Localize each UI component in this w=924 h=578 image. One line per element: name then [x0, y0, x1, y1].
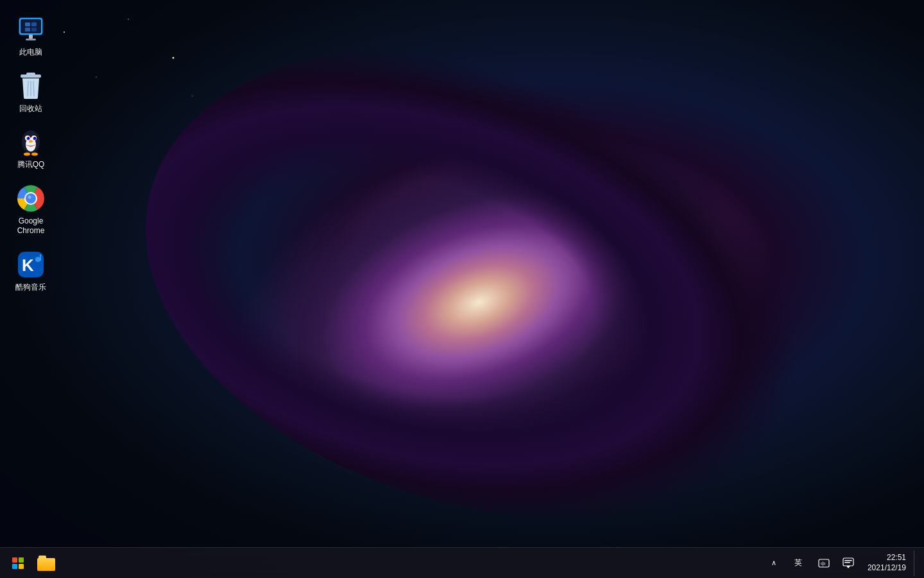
show-hidden-icons-button[interactable]: ∧: [765, 552, 783, 575]
svg-marker-95: [846, 566, 850, 568]
svg-point-79: [29, 140, 33, 143]
svg-line-70: [33, 81, 34, 96]
chevron-up-icon: ∧: [771, 559, 776, 567]
language-indicator[interactable]: 英: [785, 552, 811, 575]
svg-point-84: [26, 193, 36, 204]
svg-rect-94: [844, 562, 850, 563]
kuwo-icon: K: [15, 249, 46, 280]
wallpaper: [0, 0, 924, 578]
windows-logo-icon: [12, 557, 24, 569]
folder-body: [37, 558, 55, 571]
svg-rect-65: [26, 39, 36, 40]
svg-line-68: [28, 81, 28, 96]
svg-rect-62: [25, 28, 30, 31]
windows-pane-tl: [12, 557, 17, 563]
chrome-icon-svg: [17, 184, 45, 213]
svg-rect-89: [40, 254, 41, 261]
svg-rect-63: [31, 28, 37, 31]
svg-point-11: [192, 96, 193, 96]
svg-point-80: [24, 153, 30, 156]
svg-rect-59: [21, 19, 41, 33]
qq-icon-svg: [17, 127, 45, 157]
svg-text:K: K: [22, 256, 34, 275]
clock-area[interactable]: 22:51 2021/12/19: [862, 552, 911, 574]
language-label: 英: [792, 556, 805, 570]
svg-point-10: [96, 76, 97, 78]
system-tray: ∧ 英 中 22:51 2021/12/19: [765, 550, 919, 576]
show-desktop-button[interactable]: [914, 550, 919, 576]
svg-point-77: [28, 137, 29, 139]
file-explorer-icon: [37, 556, 55, 571]
recycle-bin-icon-svg: [17, 71, 45, 101]
svg-rect-67: [26, 73, 35, 76]
desktop-icon-my-computer[interactable]: 此电脑: [5, 10, 56, 62]
svg-point-88: [35, 257, 40, 262]
start-button[interactable]: [5, 550, 31, 576]
svg-rect-93: [844, 560, 852, 561]
chrome-icon: [15, 183, 46, 214]
qq-label: 腾讯QQ: [17, 160, 45, 170]
svg-text:中: 中: [821, 561, 826, 567]
chrome-label: Google Chrome: [8, 216, 54, 236]
svg-point-85: [28, 195, 31, 198]
svg-rect-61: [31, 22, 37, 26]
svg-point-0: [64, 31, 65, 33]
windows-pane-br: [19, 564, 24, 569]
kuwo-label: 酷狗音乐: [15, 283, 46, 293]
ime-button[interactable]: 中: [814, 552, 834, 575]
svg-point-78: [34, 137, 35, 139]
svg-point-1: [128, 19, 129, 20]
clock-date: 2021/12/19: [868, 563, 906, 574]
taskbar-file-explorer[interactable]: [33, 550, 59, 576]
qq-icon: [15, 127, 46, 157]
kuwo-icon-svg: K: [17, 250, 45, 279]
desktop-icon-tencent-qq[interactable]: 腾讯QQ: [5, 123, 56, 174]
desktop-icon-recycle-bin[interactable]: 回收站: [5, 67, 56, 118]
notification-icon: [843, 557, 854, 569]
recycle-bin-icon: [15, 71, 46, 101]
desktop-icon-google-chrome[interactable]: Google Chrome: [5, 179, 56, 240]
my-computer-label: 此电脑: [19, 48, 42, 58]
computer-icon: [15, 14, 46, 45]
desktop-icons-container: 此电脑 回收站: [0, 0, 62, 307]
windows-pane-bl: [12, 564, 17, 569]
desktop-icon-kuwo-music[interactable]: K 酷狗音乐: [5, 245, 56, 297]
svg-rect-64: [29, 35, 33, 39]
recycle-bin-label: 回收站: [19, 104, 42, 114]
taskbar: ∧ 英 中 22:51 2021/12/19: [0, 547, 924, 578]
svg-rect-60: [25, 22, 30, 26]
svg-point-42: [173, 57, 175, 59]
clock-time: 22:51: [887, 553, 906, 563]
galaxy-arm2: [92, 0, 891, 578]
windows-pane-tr: [19, 557, 24, 563]
computer-icon-svg: [17, 15, 45, 44]
svg-point-81: [31, 153, 38, 156]
ime-icon: 中: [818, 557, 830, 569]
notification-button[interactable]: [837, 552, 860, 575]
